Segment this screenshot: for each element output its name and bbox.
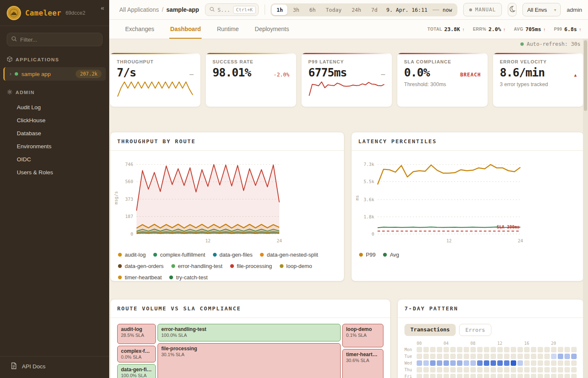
sidebar-item-oidc[interactable]: OIDC xyxy=(0,153,109,166)
user-label[interactable]: admin xyxy=(567,7,582,13)
sidebar-filter-input[interactable]: Filter... xyxy=(7,33,102,46)
heatmap-cell xyxy=(423,367,429,373)
heatmap-cell xyxy=(538,360,543,366)
heatmap-cell xyxy=(551,374,556,378)
svg-text:12: 12 xyxy=(446,238,452,243)
sidebar-item-users-roles[interactable]: Users & Roles xyxy=(0,166,109,179)
sidebar-item-environments[interactable]: Environments xyxy=(0,140,109,153)
legend-item[interactable]: try-catch-test xyxy=(169,274,207,281)
heatmap-cell xyxy=(564,374,570,378)
legend-item[interactable]: Avg xyxy=(383,252,399,258)
treemap-box-audit-log[interactable]: audit-log28.5% SLA xyxy=(117,324,156,344)
tab-deployments[interactable]: Deployments xyxy=(254,20,290,39)
treemap-box-file-processing[interactable]: file-processing30.1% SLA xyxy=(158,343,341,378)
kpi-subtext: 3 error types tracked xyxy=(500,81,577,87)
env-select[interactable]: All Envs ▾ xyxy=(522,3,561,16)
legend-item[interactable]: loop-demo xyxy=(280,263,312,269)
manual-status-dot xyxy=(469,8,472,11)
legend-item[interactable]: data-gen-nested-split xyxy=(260,252,318,258)
sidebar-collapse-icon[interactable]: « xyxy=(101,4,104,11)
heatmap-cell xyxy=(444,374,449,378)
sidebar-item-clickhouse[interactable]: ClickHouse xyxy=(0,114,109,127)
panel-title: THROUGHPUT BY ROUTE xyxy=(110,132,344,151)
time-range-today[interactable]: Today xyxy=(321,5,346,15)
panel-throughput-by-route: THROUGHPUT BY ROUTE 01873735607461224msg… xyxy=(110,132,344,281)
time-from[interactable]: 9. Apr. 16:11 xyxy=(383,7,431,13)
tab-runtime[interactable]: Runtime xyxy=(216,20,239,39)
expand-chevron-icon[interactable]: › xyxy=(10,71,11,77)
heatmap-cell xyxy=(558,360,563,366)
legend-dot xyxy=(169,276,173,279)
toggle-errors[interactable]: Errors xyxy=(459,324,491,336)
svg-text:0: 0 xyxy=(372,231,374,236)
heatmap-cell xyxy=(477,354,483,359)
chevron-down-icon: ▾ xyxy=(554,8,556,12)
treemap-box-error-handling-test[interactable]: error-handling-test100.0% SLA xyxy=(158,324,341,341)
legend-item[interactable]: P99 xyxy=(359,252,375,258)
legend-item[interactable]: file-processing xyxy=(230,263,272,269)
heatmap-cell xyxy=(564,360,570,366)
kpi-card-success-rate: SUCCESS RATE 98.01%-2.0% xyxy=(206,53,296,107)
heatmap-day-label: Fri xyxy=(404,374,415,378)
search-icon xyxy=(11,36,17,43)
dark-mode-toggle[interactable] xyxy=(508,3,517,16)
throughput-legend: audit-logcomplex-fulfillmentdata-gen-fil… xyxy=(110,247,344,281)
heatmap-hour-label xyxy=(491,341,496,346)
svg-text:12: 12 xyxy=(205,238,211,243)
heatmap-day-label: Mon xyxy=(404,347,415,352)
treemap-box-loop-demo[interactable]: loop-demo0.1% SLA xyxy=(342,324,383,347)
app-logo-icon xyxy=(7,6,21,20)
heatmap-cell xyxy=(551,367,556,373)
sidebar-item-api-docs[interactable]: API Docs xyxy=(0,356,109,378)
tab-dashboard[interactable]: Dashboard xyxy=(169,20,202,39)
vertical-scrollbar[interactable] xyxy=(583,39,588,378)
time-range-1h[interactable]: 1h xyxy=(272,5,287,15)
kpi-card-error-velocity: ERROR VELOCITY 8.6/min▲ 3 error types tr… xyxy=(493,53,583,107)
manual-mode-button[interactable]: MANUAL xyxy=(463,3,501,16)
legend-dot xyxy=(118,264,122,268)
treemap-box-timer-heartbeat[interactable]: timer-heartbeat30.6% SLA xyxy=(342,349,383,378)
sidebar: Cameleer 69dcce2 « Filter... APPLICATION… xyxy=(0,0,109,378)
time-to[interactable]: now xyxy=(441,7,457,13)
heatmap-hour-label xyxy=(423,341,429,346)
toggle-transactions[interactable]: Transactions xyxy=(404,324,456,336)
sidebar-item-database[interactable]: Database xyxy=(0,127,109,140)
heatmap-hour-label xyxy=(517,341,523,346)
refresh-status-dot xyxy=(520,42,524,46)
time-range-6h[interactable]: 6h xyxy=(305,5,320,15)
legend-item[interactable]: audit-log xyxy=(118,252,146,258)
legend-dot xyxy=(230,264,234,268)
legend-item[interactable]: data-gen-files xyxy=(213,252,253,258)
breadcrumb-all-applications[interactable]: All Applications xyxy=(119,6,159,13)
kpi-trend: – xyxy=(381,70,385,78)
legend-item[interactable]: complex-fulfillment xyxy=(153,252,205,258)
time-range-7d[interactable]: 7d xyxy=(367,5,382,15)
treemap-box-complex-fulfillment[interactable]: complex-fulfil...0.0% SLA xyxy=(117,346,156,362)
tab-exchanges[interactable]: Exchanges xyxy=(124,20,155,39)
scrollbar-thumb[interactable] xyxy=(584,40,587,111)
legend-dot xyxy=(118,253,122,257)
heatmap-hour-label xyxy=(571,341,577,346)
legend-item[interactable]: data-gen-orders xyxy=(118,263,164,269)
heatmap-cell xyxy=(423,360,429,366)
treemap-box-data-gen-files[interactable]: data-gen-files100.0% SLA xyxy=(117,364,156,378)
heatmap-cell xyxy=(517,367,523,373)
heatmap-cell xyxy=(538,347,543,352)
time-range-24h[interactable]: 24h xyxy=(347,5,366,15)
time-range-3h[interactable]: 3h xyxy=(288,5,304,15)
sidebar-item-audit-log[interactable]: Audit Log xyxy=(0,101,109,114)
svg-text:24: 24 xyxy=(518,238,523,243)
legend-item[interactable]: timer-heartbeat xyxy=(118,274,162,281)
heatmap-cell xyxy=(477,347,483,352)
heatmap-cell xyxy=(558,367,563,373)
heatmap-cell xyxy=(457,347,462,352)
legend-dot xyxy=(359,253,363,257)
sidebar-item-sample-app[interactable]: › sample app 207.2k xyxy=(3,67,106,81)
heatmap-cell xyxy=(437,374,442,378)
legend-item[interactable]: error-handling-test xyxy=(171,263,223,269)
heatmap-cell xyxy=(457,354,462,359)
global-search-input[interactable]: S... Ctrl+K xyxy=(205,3,259,16)
heatmap-cell xyxy=(517,354,523,359)
svg-text:msg/s: msg/s xyxy=(113,191,118,205)
heatmap-cell xyxy=(511,347,516,352)
